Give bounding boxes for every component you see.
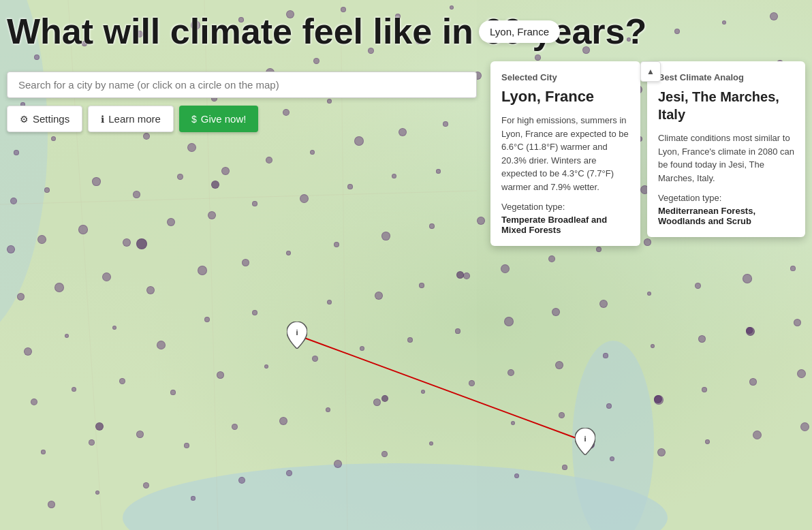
map-dot[interactable] — [123, 238, 131, 247]
map-dot[interactable] — [41, 450, 46, 454]
map-dot[interactable] — [286, 470, 292, 476]
map-dot[interactable] — [167, 218, 175, 226]
map-dot[interactable] — [743, 274, 752, 283]
give-now-button[interactable]: $ Give now! — [179, 106, 259, 132]
map-dot[interactable] — [395, 14, 401, 19]
map-dot-large[interactable] — [211, 181, 219, 189]
give-label: Give now! — [201, 113, 247, 125]
info-icon: ℹ — [101, 114, 104, 125]
map-dot[interactable] — [603, 353, 608, 358]
map-dot[interactable] — [136, 31, 143, 37]
selected-city-veg-type: Temperate Broadleaf and Mixed Forests — [501, 215, 629, 235]
toolbar: ⚙ Settings ℹ Learn more $ Give now! — [7, 106, 258, 132]
location-city: Lyon, France — [490, 26, 549, 37]
analog-description: Climate conditions most similar to Lyon,… — [658, 131, 794, 185]
map-dot[interactable] — [238, 17, 244, 22]
map-dot[interactable] — [82, 41, 87, 46]
map-dot[interactable] — [54, 283, 64, 292]
map-dot-large[interactable] — [136, 238, 147, 249]
map-dot[interactable] — [198, 266, 207, 275]
map-dot[interactable] — [368, 48, 374, 54]
map-dot[interactable] — [535, 54, 541, 61]
location-bar[interactable]: Lyon, France — [479, 20, 560, 43]
map-dot[interactable] — [455, 328, 460, 334]
selected-city-label: Selected City — [501, 72, 629, 82]
map-dot-large[interactable] — [456, 271, 464, 279]
settings-button[interactable]: ⚙ Settings — [7, 106, 82, 132]
map-dot[interactable] — [78, 225, 88, 234]
analog-panel: Best Climate Analog Jesi, The Marches, I… — [647, 61, 805, 237]
map-dot[interactable] — [702, 387, 707, 392]
map-dot[interactable] — [381, 451, 388, 457]
lyon-pin[interactable]: i — [287, 322, 307, 349]
map-dot[interactable] — [283, 109, 290, 116]
map-dot[interactable] — [221, 167, 230, 175]
search-bar[interactable] — [7, 72, 477, 98]
map-dot[interactable] — [191, 20, 200, 30]
collapse-icon: ▲ — [646, 67, 655, 76]
settings-label: Settings — [33, 113, 69, 125]
map-dot[interactable] — [217, 371, 224, 379]
map-dot-large[interactable] — [746, 327, 755, 336]
map-dot[interactable] — [582, 46, 590, 54]
jesi-pin[interactable]: i — [575, 428, 595, 455]
map-dot[interactable] — [7, 245, 15, 253]
learn-more-button[interactable]: ℹ Learn more — [88, 106, 174, 132]
map-dot[interactable] — [790, 266, 796, 271]
map-dot[interactable] — [89, 439, 95, 446]
map-dot[interactable] — [749, 378, 757, 386]
collapse-button[interactable]: ▲ — [640, 61, 661, 82]
map-dot[interactable] — [312, 356, 318, 362]
map-dot[interactable] — [286, 251, 291, 255]
svg-text:i: i — [296, 328, 298, 337]
map-dot[interactable] — [327, 99, 332, 104]
analog-veg-label: Vegetation type: — [658, 193, 794, 203]
map-dot[interactable] — [381, 232, 390, 240]
map-dot[interactable] — [419, 283, 424, 288]
map-dot[interactable] — [238, 477, 245, 484]
selected-city-description: For high emissions, summers in Lyon, Fra… — [501, 114, 629, 193]
map-dot[interactable] — [252, 201, 257, 206]
map-dot[interactable] — [443, 121, 448, 127]
learn-label: Learn more — [108, 113, 161, 125]
map-dot[interactable] — [354, 136, 364, 146]
map-dot[interactable] — [610, 456, 614, 461]
map-dot[interactable] — [416, 37, 422, 44]
map-dot[interactable] — [92, 177, 101, 186]
analog-city-name: Jesi, The Marches, Italy — [658, 88, 794, 123]
map-dot[interactable] — [501, 264, 510, 273]
selected-city-veg-label: Vegetation type: — [501, 202, 629, 212]
map-dot-large[interactable] — [381, 395, 388, 402]
map-dot[interactable] — [627, 37, 631, 42]
map-dot-large[interactable] — [654, 395, 662, 403]
map-dot[interactable] — [143, 133, 150, 140]
analog-veg-type: Mediterranean Forests, Woodlands and Scr… — [658, 206, 794, 226]
map-dot[interactable] — [559, 412, 565, 418]
map-dot[interactable] — [705, 439, 710, 444]
map-dot[interactable] — [644, 238, 651, 246]
map-dot[interactable] — [143, 482, 149, 488]
settings-icon: ⚙ — [20, 114, 29, 125]
map-dot[interactable] — [674, 29, 680, 34]
map-dot[interactable] — [252, 310, 257, 315]
map-dot[interactable] — [48, 501, 55, 508]
map-dot[interactable] — [429, 223, 435, 229]
map-dot[interactable] — [170, 390, 176, 395]
search-input[interactable] — [7, 72, 477, 98]
map-dot[interactable] — [562, 465, 567, 470]
map-dot[interactable] — [347, 184, 353, 189]
selected-city-name: Lyon, France — [501, 88, 629, 106]
svg-text:i: i — [584, 435, 586, 443]
map-dot[interactable] — [191, 496, 196, 501]
map-dot[interactable] — [184, 443, 189, 448]
map-dot[interactable] — [24, 347, 32, 356]
analog-label: Best Climate Analog — [658, 72, 794, 82]
dollar-icon: $ — [191, 114, 197, 125]
map-dot[interactable] — [44, 187, 50, 193]
map-dot[interactable] — [133, 191, 140, 198]
map-dot[interactable] — [436, 169, 441, 174]
map-dot[interactable] — [469, 380, 475, 386]
map-dot[interactable] — [504, 317, 514, 326]
map-dot[interactable] — [14, 150, 19, 155]
map-dot-large[interactable] — [95, 422, 104, 431]
